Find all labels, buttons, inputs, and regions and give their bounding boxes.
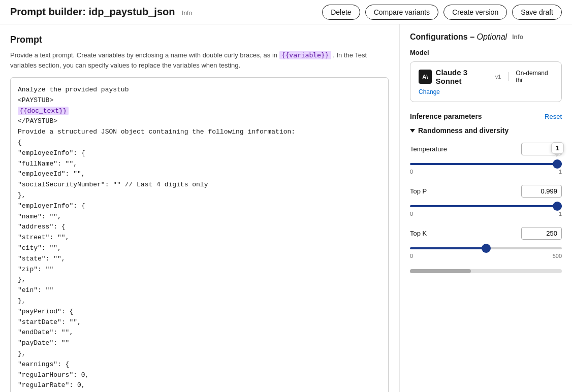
top-p-slider[interactable]	[410, 205, 562, 207]
top-p-max: 1	[559, 211, 562, 217]
temperature-max: 1	[559, 169, 562, 175]
reset-link[interactable]: Reset	[545, 113, 562, 120]
model-version: v1	[495, 74, 501, 80]
temperature-group: Temperature 1 0 1	[410, 143, 562, 175]
model-box: A\ Claude 3 Sonnet v1 On-demand thr Chan…	[410, 61, 562, 102]
top-k-slider-container	[410, 243, 562, 251]
create-version-button[interactable]: Create version	[443, 5, 507, 20]
title-text: Prompt builder: idp_paystub_json	[10, 6, 175, 17]
prompt-editor[interactable]: Analyze the provided paystub <PAYSTUB> {…	[10, 77, 389, 392]
collapse-icon	[410, 129, 415, 133]
model-change-link[interactable]: Change	[419, 88, 440, 95]
header-actions: Delete Compare variants Create version S…	[322, 5, 562, 20]
model-name: Claude 3 Sonnet	[436, 68, 490, 85]
prompt-description: Provide a text prompt. Create variables …	[10, 50, 389, 70]
top-k-slider[interactable]	[410, 247, 562, 249]
config-info-badge[interactable]: Info	[512, 34, 523, 41]
doc-text-variable: {{doc_text}}	[18, 107, 69, 115]
temperature-tooltip-value: 1	[556, 144, 559, 152]
config-scrollbar[interactable]	[410, 269, 562, 273]
top-p-input[interactable]	[521, 185, 562, 198]
randomness-toggle[interactable]: Randomness and diversity	[410, 126, 562, 135]
top-k-max: 500	[553, 253, 562, 259]
prompt-text-before: Analyze the provided paystub <PAYSTUB>	[18, 86, 129, 104]
config-panel: Configurations – Optional Info Model A\ …	[399, 24, 572, 392]
inference-header: Inference parameters Reset	[410, 112, 562, 120]
temperature-label: Temperature	[410, 145, 447, 153]
model-row: A\ Claude 3 Sonnet v1 On-demand thr	[419, 68, 553, 85]
temperature-range-labels: 0 1	[410, 169, 562, 175]
top-p-group: Top P 0 1	[410, 185, 562, 217]
desc-text-before: Provide a text prompt. Create variables …	[10, 51, 279, 59]
randomness-title: Randomness and diversity	[418, 126, 509, 135]
model-section-label: Model	[410, 49, 562, 56]
compare-variants-button[interactable]: Compare variants	[365, 5, 439, 20]
top-p-label: Top P	[410, 187, 427, 195]
prompt-text-after: </PAYSTUB> Provide a structured JSON obj…	[18, 117, 295, 392]
config-scrollbar-thumb	[410, 269, 471, 273]
top-p-min: 0	[410, 211, 413, 217]
top-p-slider-container	[410, 201, 562, 209]
config-title-text: Configurations – Optional	[410, 32, 507, 42]
page-title: Prompt builder: idp_paystub_json Info	[10, 6, 192, 18]
model-logo: A\	[419, 70, 432, 84]
save-draft-button[interactable]: Save draft	[512, 5, 562, 20]
variable-example: {{variable}}	[279, 51, 331, 59]
temperature-row: Temperature	[410, 143, 562, 155]
top-p-range-labels: 0 1	[410, 211, 562, 217]
header: Prompt builder: idp_paystub_json Info De…	[0, 0, 572, 24]
info-badge[interactable]: Info	[182, 10, 192, 17]
main-layout: Prompt Provide a text prompt. Create var…	[0, 24, 572, 392]
temperature-slider-container: 1	[410, 158, 562, 167]
model-logo-text: A\	[422, 74, 428, 80]
top-k-label: Top K	[410, 230, 427, 237]
model-throughput: On-demand thr	[516, 70, 553, 84]
delete-button[interactable]: Delete	[322, 5, 360, 20]
inference-title: Inference parameters	[410, 112, 482, 120]
top-k-range-labels: 0 500	[410, 253, 562, 259]
top-p-row: Top P	[410, 185, 562, 198]
top-k-row: Top K	[410, 227, 562, 240]
temperature-tooltip: 1	[551, 142, 564, 154]
model-divider	[508, 72, 509, 81]
prompt-panel: Prompt Provide a text prompt. Create var…	[0, 24, 399, 392]
top-k-input[interactable]	[521, 227, 562, 240]
temperature-min: 0	[410, 169, 413, 175]
prompt-panel-title: Prompt	[10, 35, 389, 45]
top-k-group: Top K 0 500	[410, 227, 562, 259]
config-header: Configurations – Optional Info	[410, 32, 562, 42]
temperature-slider[interactable]	[410, 163, 562, 165]
top-k-min: 0	[410, 253, 413, 259]
